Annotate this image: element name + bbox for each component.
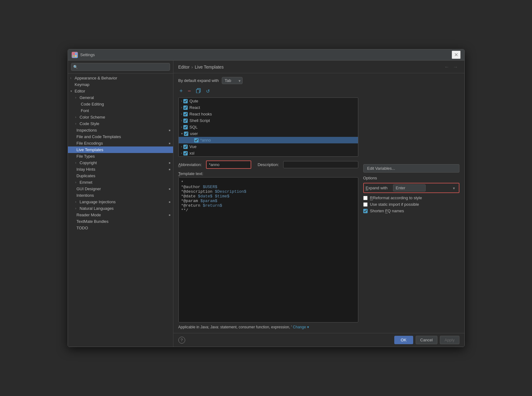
sidebar-item-todo[interactable]: TODO (68, 225, 173, 231)
template-item-anno[interactable]: *anno (179, 137, 358, 143)
remove-template-button[interactable]: − (186, 87, 192, 95)
template-group-sql: › SQL (179, 124, 358, 130)
group-shell-checkbox[interactable] (183, 119, 188, 123)
group-sql-checkbox[interactable] (183, 125, 188, 129)
sidebar-item-keymap[interactable]: Keymap (68, 81, 173, 88)
sidebar-item-label: General (80, 95, 94, 100)
template-group-qute-header[interactable]: › Qute (179, 98, 358, 104)
abbreviation-label: Abbreviation: (178, 162, 202, 167)
forward-arrow[interactable]: → (452, 64, 459, 70)
template-group-qute: › Qute (179, 98, 358, 104)
svg-rect-3 (75, 55, 77, 57)
sidebar-item-live-templates[interactable]: Live Templates (68, 146, 173, 153)
app-icon (72, 52, 78, 58)
expand-with-row: Expand with Tab Enter Space Default (Tab… (363, 183, 459, 193)
main-content-area: › Qute › React (178, 97, 459, 329)
sidebar-item-natural-languages[interactable]: › Natural Languages (68, 205, 173, 212)
sidebar-item-label: Reader Mode (77, 213, 101, 217)
back-arrow[interactable]: ← (443, 64, 451, 70)
group-react-checkbox[interactable] (183, 106, 188, 110)
var-return: $return$ (203, 203, 222, 208)
group-react-hooks-checkbox[interactable] (183, 112, 188, 116)
templates-list: › Qute › React (178, 97, 358, 157)
sidebar-item-file-code-templates[interactable]: File and Code Templates (68, 133, 173, 140)
breadcrumb-separator: › (191, 65, 193, 70)
group-xsl-label: xsl (190, 151, 194, 155)
badge-icon: ■ (169, 142, 170, 145)
sidebar-item-code-style[interactable]: › Code Style (68, 120, 173, 127)
template-text-area[interactable]: * *@author $USER$ *@description $Descrip… (178, 177, 358, 322)
edit-variables-button[interactable]: Edit Variables... (363, 164, 459, 173)
change-link[interactable]: Change (293, 325, 306, 329)
sidebar-item-inlay-hints[interactable]: Inlay Hints ■ (68, 166, 173, 173)
footer-left: ? (178, 337, 185, 344)
item-anno-checkbox[interactable] (194, 138, 199, 142)
collapse-arrow-icon: › (181, 151, 182, 155)
abbreviation-row: Abbreviation: Description: (178, 160, 358, 169)
sidebar-item-intentions[interactable]: Intentions (68, 192, 173, 199)
sidebar-item-textmate-bundles[interactable]: TextMate Bundles (68, 218, 173, 225)
sidebar-item-code-editing[interactable]: Code Editing (68, 101, 173, 107)
sidebar-item-label: Appearance & Behavior (75, 76, 117, 80)
sidebar-item-editor[interactable]: ▾ Editor (68, 88, 173, 94)
template-group-xsl: › xsl (179, 150, 358, 156)
help-button[interactable]: ? (178, 337, 185, 344)
group-sql-label: SQL (190, 125, 198, 129)
template-group-react-header[interactable]: › React (179, 104, 358, 111)
code-line-4: *@date $date$ $time$ (181, 194, 355, 199)
panel-content: By default expand with Tab Enter Space +… (173, 73, 464, 333)
static-import-checkbox[interactable] (363, 202, 368, 207)
group-vue-label: Vue (190, 144, 197, 149)
template-text-label: Template text: (178, 171, 358, 176)
sidebar-item-font[interactable]: Font (68, 107, 173, 114)
ok-button[interactable]: OK (394, 336, 413, 344)
sidebar-item-file-types[interactable]: File Types (68, 153, 173, 160)
sidebar-item-copyright[interactable]: › Copyright ■ (68, 160, 173, 166)
copy-template-button[interactable] (195, 88, 202, 95)
description-input[interactable] (283, 161, 358, 168)
sidebar-item-file-encodings[interactable]: File Encodings ■ (68, 140, 173, 146)
sidebar-item-general[interactable]: › General (68, 94, 173, 101)
dialog-footer: ? OK Cancel Apply (173, 333, 464, 347)
group-qute-checkbox[interactable] (183, 99, 188, 103)
arrow-icon: › (75, 96, 80, 99)
template-group-react-hooks-header[interactable]: › React hooks (179, 111, 358, 117)
reformat-checkbox[interactable] (363, 196, 368, 200)
sidebar-item-inspections[interactable]: Inspections ■ (68, 127, 173, 133)
template-group-user-header[interactable]: ▾ user (179, 130, 358, 137)
sidebar-item-label: Emmet (80, 180, 92, 185)
spacer (363, 97, 459, 164)
sidebar-item-appearance[interactable]: › Appearance & Behavior (68, 75, 173, 81)
template-group-xsl-header[interactable]: › xsl (179, 150, 358, 156)
svg-rect-5 (196, 89, 199, 93)
close-button[interactable]: ✕ (452, 51, 461, 59)
group-vue-checkbox[interactable] (183, 145, 188, 149)
applicable-row: Applicable in Java; Java: statement, con… (178, 325, 358, 329)
template-group-vue-header[interactable]: › Vue (179, 143, 358, 150)
template-group-shell-header[interactable]: › Shell Script (179, 117, 358, 124)
abbreviation-input[interactable] (207, 161, 250, 168)
svg-rect-2 (73, 55, 74, 57)
sidebar-item-reader-mode[interactable]: Reader Mode ■ (68, 212, 173, 218)
expand-with-select[interactable]: Tab Enter Space Default (Tab) (393, 184, 426, 191)
cancel-button[interactable]: Cancel (416, 336, 437, 344)
group-xsl-checkbox[interactable] (183, 151, 188, 155)
sidebar-item-duplicates[interactable]: Duplicates (68, 173, 173, 179)
group-user-checkbox[interactable] (184, 132, 188, 136)
add-template-button[interactable]: + (178, 87, 184, 95)
sidebar-item-language-injections[interactable]: › Language Injections ■ (68, 199, 173, 205)
shorten-fq-checkbox[interactable] (363, 209, 368, 213)
sidebar-item-gui-designer[interactable]: GUI Designer ■ (68, 186, 173, 192)
arrow-icon: ▾ (70, 89, 75, 93)
search-input[interactable] (71, 63, 170, 71)
code-line-5: *@param $param$ (181, 199, 355, 203)
expand-default-label: By default expand with (178, 78, 219, 83)
sidebar-item-emmet[interactable]: › Emmet (68, 179, 173, 186)
badge-icon: ■ (169, 129, 170, 132)
sidebar-item-label: Inspections (77, 128, 97, 133)
apply-button[interactable]: Apply (440, 336, 459, 344)
sidebar-item-color-scheme[interactable]: › Color Scheme (68, 114, 173, 120)
reset-template-button[interactable]: ↺ (205, 88, 211, 95)
expand-default-select[interactable]: Tab Enter Space (222, 77, 243, 84)
template-group-sql-header[interactable]: › SQL (179, 124, 358, 130)
